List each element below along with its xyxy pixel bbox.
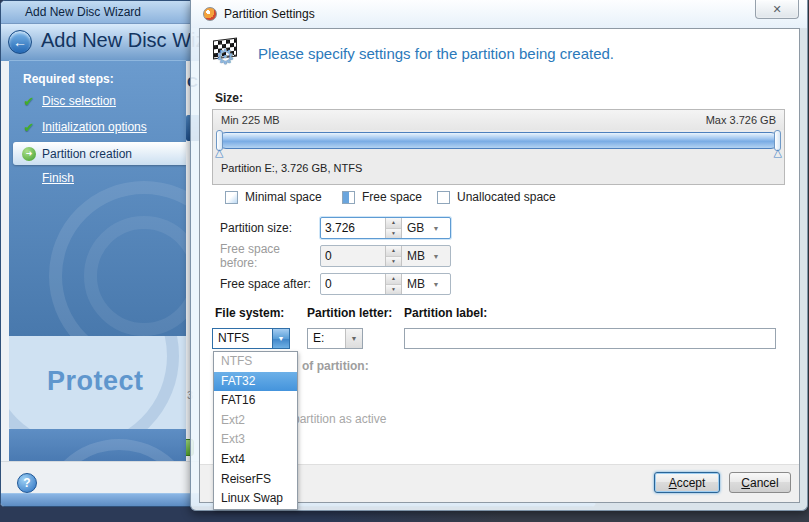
partition-letter-dropdown-button[interactable]: ▼ [345,329,362,348]
chevron-down-icon: ▼ [433,253,440,260]
max-size-label: Max 3.726 GB [706,114,776,130]
occluded-type-of-partition-text: of partition: [302,359,369,373]
spin-up-button[interactable]: ▲ [386,274,401,285]
legend-minimal-space: Minimal space [225,190,322,204]
swirl-graphic [39,439,186,461]
cancel-button[interactable]: Cancel [729,472,791,493]
file-system-select[interactable]: NTFS ▼ [212,328,290,349]
free-space-after-label: Free space after: [220,277,320,291]
slider-track[interactable] [218,132,779,149]
step-label: Finish [42,171,74,185]
file-system-value: NTFS [213,329,272,348]
back-arrow-icon: ← [13,34,27,50]
option-fat16[interactable]: FAT16 [214,391,297,411]
free-space-before-label: Free space before: [220,242,320,270]
partition-settings-icon: ⚙ [212,38,244,70]
option-ext3[interactable]: Ext3 [214,430,297,450]
option-fat32[interactable]: FAT32 [214,372,297,392]
check-icon: ✔ [22,94,36,109]
min-size-label: Min 225 MB [221,114,280,130]
dialog-body: ⚙ Please specify settings for the partit… [199,28,800,503]
option-ntfs[interactable]: NTFS [214,352,297,372]
partition-letter-select[interactable]: E: ▼ [307,328,363,349]
spin-down-button[interactable]: ▼ [386,257,401,267]
spinner-down-icon: ▼ [391,258,396,264]
dialog-titlebar[interactable]: Partition Settings ✕ [191,0,807,28]
watermark-band: Protect [9,336,186,429]
legend-unallocated-space: Unallocated space [437,190,556,204]
dialog-app-icon [203,7,217,21]
free-space-after-row: Free space after: ▲ ▼ MB ▼ [200,273,451,295]
unit-dropdown[interactable]: ▼ [429,274,443,294]
window-title: Add New Disc Wizard [25,5,141,19]
partition-size-spinner: ▲ ▼ [385,218,402,238]
partition-size-row: Partition size: ▲ ▼ GB ▼ [200,217,451,239]
partition-label-input[interactable] [404,328,776,349]
legend-label: Unallocated space [457,190,556,204]
slider-minmax-row: Min 225 MB Max 3.726 GB [213,110,784,130]
minimal-space-swatch [225,191,238,204]
close-icon: ✕ [772,3,781,16]
spin-up-button[interactable]: ▲ [386,218,401,229]
required-steps-sidebar: Required steps: ✔ Disc selection ✔ Initi… [9,60,186,341]
option-reiserfs[interactable]: ReiserFS [214,470,297,490]
spinner-down-icon: ▼ [391,286,396,292]
legend-label: Minimal space [245,190,322,204]
chevron-down-icon: ▼ [433,225,440,232]
accept-button[interactable]: Accept [654,472,720,493]
slider-left-pointer-icon[interactable]: △ [215,146,223,158]
file-system-dropdown-button[interactable]: ▼ [272,329,289,348]
free-space-before-input[interactable] [321,246,385,266]
free-space-before-row: Free space before: ▲ ▼ MB ▼ [200,245,451,267]
free-space-after-spinner: ▲ ▼ [385,274,402,294]
chevron-down-icon: ▼ [433,281,440,288]
sidebar-step-partition-creation[interactable]: ➜ Partition creation [13,142,186,165]
dialog-header-text: Please specify settings for the partitio… [258,45,614,62]
spin-down-button[interactable]: ▼ [386,285,401,295]
slider-right-pointer-icon[interactable]: △ [774,146,782,158]
option-ext4[interactable]: Ext4 [214,450,297,470]
chevron-down-icon: ▼ [278,335,285,342]
free-space-swatch [342,191,355,204]
check-icon: ✔ [22,120,36,135]
watermark-text: Protect [47,366,144,397]
occluded-active-partition-text: partition as active [293,412,386,426]
close-button[interactable]: ✕ [755,0,799,19]
step-label: Disc selection [42,94,116,108]
option-linux-swap[interactable]: Linux Swap [214,489,297,509]
back-button[interactable]: ← [8,30,32,54]
dialog-title: Partition Settings [224,7,315,21]
unit-dropdown[interactable]: ▼ [429,218,443,238]
sidebar-step-finish[interactable]: Finish [9,168,186,188]
free-space-before-spinner: ▲ ▼ [385,246,402,266]
sidebar-step-disc-selection[interactable]: ✔ Disc selection [9,91,186,111]
lower-blue-band [9,429,186,461]
file-system-label: File system: [215,306,284,320]
unit-value: MB [402,246,429,266]
free-space-after-field: ▲ ▼ MB ▼ [320,273,451,295]
spinner-up-icon: ▲ [391,247,396,253]
chevron-down-icon: ▼ [351,335,358,342]
help-icon: ? [23,476,30,490]
help-button[interactable]: ? [17,473,37,493]
spin-down-button[interactable]: ▼ [386,229,401,239]
step-label: Partition creation [42,147,132,161]
legend-label: Free space [362,190,422,204]
option-ext2[interactable]: Ext2 [214,411,297,431]
partition-settings-dialog: Partition Settings ✕ ⚙ Please specify se… [190,0,808,511]
required-steps-heading: Required steps: [23,72,114,86]
spinner-down-icon: ▼ [391,230,396,236]
file-system-options-list: NTFS FAT32 FAT16 Ext2 Ext3 Ext4 ReiserFS… [213,351,298,510]
current-step-arrow-icon: ➜ [22,147,36,161]
screen: Add New Disc Wizard ← Add New Disc Wiza … [0,0,809,522]
partition-size-field: ▲ ▼ GB ▼ [320,217,451,239]
unit-value: MB [402,274,429,294]
free-space-after-input[interactable] [321,274,385,294]
unit-dropdown[interactable]: ▼ [429,246,443,266]
sidebar-step-initialization-options[interactable]: ✔ Initialization options [9,117,186,137]
spinner-up-icon: ▲ [391,275,396,281]
legend-free-space: Free space [342,190,422,204]
partition-size-input[interactable] [321,218,385,238]
spin-up-button[interactable]: ▲ [386,246,401,257]
unit-value: GB [402,218,429,238]
